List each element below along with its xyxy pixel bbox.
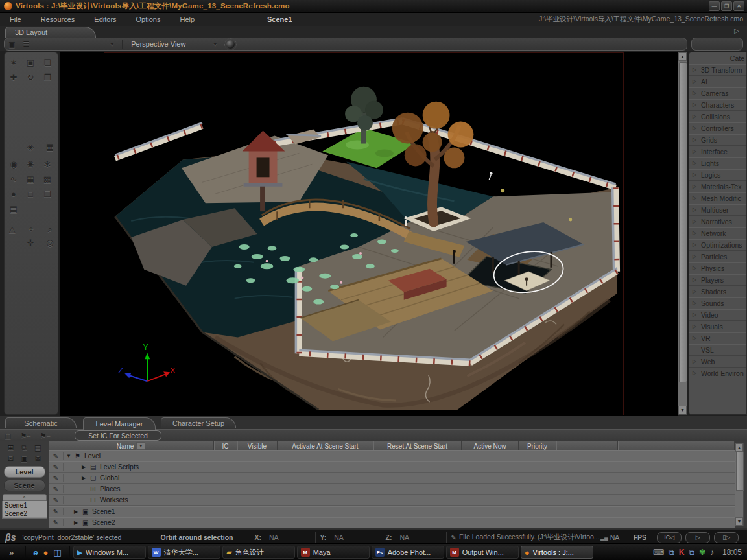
expand-arrow-icon[interactable]: ▷ <box>693 277 701 283</box>
scene-list-item-2[interactable]: Scene2 <box>3 509 47 518</box>
tab-level-manager[interactable]: Level Manager <box>83 417 156 430</box>
preview-icon[interactable]: ⊡ <box>4 454 18 464</box>
sidebar-item-network[interactable]: ▷ Network <box>689 228 746 239</box>
expand-arrow-icon[interactable]: ▷ <box>693 253 701 259</box>
expand-arrow-icon[interactable]: ▶ <box>74 520 82 526</box>
collapse-button[interactable]: ∧ <box>3 494 47 501</box>
menu-editors[interactable]: Editors <box>84 16 126 23</box>
taskbar-chevron-icon[interactable]: » <box>9 548 14 557</box>
row-scene1[interactable]: ✎ ▶ ▣ Scene1 <box>49 506 735 517</box>
expand-arrow-icon[interactable]: ▷ <box>693 358 701 364</box>
task-maya[interactable]: M Maya <box>297 546 370 559</box>
kaspersky-icon[interactable]: K <box>679 548 685 557</box>
material-sphere-icon[interactable] <box>226 40 235 49</box>
light-tool-icon[interactable]: ✺ <box>23 158 38 170</box>
box-tool-icon[interactable]: ❒ <box>40 188 55 200</box>
camera-tool-icon[interactable]: ◉ <box>6 158 21 170</box>
column-reset[interactable]: Reset At Scene Start <box>374 441 462 450</box>
row-scene2[interactable]: ✎ ▶ ▣ Scene2 <box>49 517 735 528</box>
duplicate-tool-icon[interactable]: ❏ <box>40 56 55 69</box>
step-button[interactable]: ▯▷ <box>714 532 739 543</box>
menu-file[interactable]: File <box>0 16 31 23</box>
sidebar-item-sounds[interactable]: ▷ Sounds <box>689 298 746 309</box>
column-visible[interactable]: Visible <box>237 441 278 450</box>
viewport-3d[interactable]: Y X Z <box>60 52 678 416</box>
select-tool-icon[interactable]: ✶ <box>6 56 21 69</box>
edit-icon[interactable]: ✎ <box>49 463 64 471</box>
sidebar-item-players[interactable]: ▷ Players <box>689 274 746 286</box>
remove-ic-icon[interactable]: ⚑− <box>40 432 51 440</box>
sidebar-item-visuals[interactable]: ▷ Visuals <box>689 321 746 332</box>
expand-arrow-icon[interactable]: ▷ <box>693 195 701 201</box>
play-button[interactable]: ▷ <box>685 532 710 543</box>
task-output[interactable]: M Output Win... <box>446 546 519 559</box>
edit-icon[interactable]: ✎ <box>49 519 64 526</box>
pan-tool-icon[interactable]: ✜ <box>23 237 38 249</box>
edit-icon[interactable]: ✎ <box>49 485 64 493</box>
expand-arrow-icon[interactable]: ▷ <box>693 137 701 143</box>
expand-arrow-icon[interactable]: ▷ <box>693 370 701 376</box>
expand-arrow-icon[interactable]: ▷ <box>693 230 701 236</box>
scroll-up-icon[interactable]: ▲ <box>735 443 743 452</box>
expand-arrow-icon[interactable]: ▶ <box>82 464 90 470</box>
messenger-icon[interactable]: ◫ <box>53 548 61 557</box>
scale-tool-icon[interactable]: ❐ <box>40 71 55 84</box>
expand-arrow-icon[interactable]: ▷ <box>693 218 701 224</box>
viewport-scrollbar[interactable]: ▲ ▼ <box>678 52 687 415</box>
expand-arrow-icon[interactable]: ▷ <box>693 125 701 131</box>
menu-help[interactable]: Help <box>170 16 204 23</box>
material-tool-icon[interactable]: ▩ <box>40 173 55 185</box>
keyboard-icon[interactable]: ⌨ <box>653 548 664 557</box>
network-icon[interactable]: ⧉ <box>669 548 674 557</box>
task-photoshop[interactable]: Ps Adobe Phot... <box>372 546 444 559</box>
sidebar-item-collisions[interactable]: ▷ Collisions <box>689 111 746 122</box>
sidebar-item-3d-transformations[interactable]: ▷ 3D Transform <box>689 64 746 76</box>
sidebar-item-vr[interactable]: ▷ VR <box>689 332 746 344</box>
scrollbar-thumb[interactable] <box>736 452 744 491</box>
sidebar-item-world-environments[interactable]: ▷ World Environ <box>689 368 746 379</box>
expand-arrow-icon[interactable]: ▷ <box>693 265 701 271</box>
expand-arrow-icon[interactable]: ▷ <box>693 323 701 329</box>
row-worksets[interactable]: ✎ ⊟ Worksets <box>49 495 735 506</box>
grid-tool-icon[interactable]: ▦ <box>42 141 58 153</box>
edit-icon[interactable]: ✎ <box>49 496 64 504</box>
camera-dropdown-icon[interactable]: ▼ <box>110 42 114 47</box>
sidebar-item-mesh-modifications[interactable]: ▷ Mesh Modific <box>689 192 746 204</box>
expand-arrow-icon[interactable]: ▷ <box>693 78 701 84</box>
expand-arrow-icon[interactable]: ▷ <box>693 207 701 213</box>
plane-tool-icon[interactable]: □ <box>23 188 38 200</box>
expand-arrow-icon[interactable]: ▷ <box>693 288 701 294</box>
expand-arrow-icon[interactable]: ▷ <box>693 102 701 108</box>
column-activate[interactable]: Activate At Scene Start <box>278 441 374 450</box>
scroll-up-icon[interactable]: ▲ <box>678 52 687 61</box>
zoom-tool-icon[interactable]: ⌕ <box>43 223 58 235</box>
column-name[interactable]: Name ▼ <box>49 441 214 450</box>
particle-tool-icon[interactable]: ✻ <box>40 158 55 170</box>
view-mode-dropdown-icon[interactable]: ▼ <box>213 42 217 47</box>
volume-icon[interactable]: ♪ <box>710 548 714 557</box>
scrollbar-thumb[interactable] <box>679 62 687 382</box>
expand-arrow-icon[interactable]: ▶ <box>82 475 90 481</box>
column-priority[interactable]: Priority <box>519 441 556 450</box>
expand-arrow-icon[interactable]: ▷ <box>693 300 701 306</box>
scroll-down-icon[interactable]: ▼ <box>735 517 743 526</box>
row-level[interactable]: ✎ ▼ ⚑ Level <box>49 450 735 461</box>
expand-arrow-icon[interactable]: ▷ <box>693 148 701 154</box>
expand-arrow-icon[interactable]: ▷ <box>693 67 701 73</box>
parrot-icon[interactable]: ✾ <box>699 548 706 557</box>
tab-3d-layout[interactable]: 3D Layout <box>5 27 96 38</box>
tile-view-icon[interactable]: ⊞ <box>4 443 18 454</box>
sidebar-item-particles[interactable]: ▷ Particles <box>689 251 746 262</box>
sidebar-item-optimizations[interactable]: ▷ Optimizations <box>689 239 746 251</box>
scroll-right-icon[interactable]: ▷ <box>734 27 739 34</box>
row-places[interactable]: ✎ ⊞ Places <box>49 484 735 495</box>
ic-restore-button[interactable]: IC◁ <box>657 532 682 543</box>
screen-view-icon[interactable]: ▣ <box>18 454 31 464</box>
curve-tool-icon[interactable]: ∿ <box>6 173 21 185</box>
edit-icon[interactable]: ✎ <box>49 474 64 482</box>
sidebar-item-characters[interactable]: ▷ Characters <box>689 99 746 111</box>
row-global[interactable]: ✎ ▶ ▢ Global <box>49 472 735 484</box>
sidebar-item-physics[interactable]: ▷ Physics <box>689 262 746 274</box>
film-tool-icon[interactable]: ▤ <box>6 203 21 215</box>
restore-button[interactable]: ❐ <box>721 1 732 11</box>
